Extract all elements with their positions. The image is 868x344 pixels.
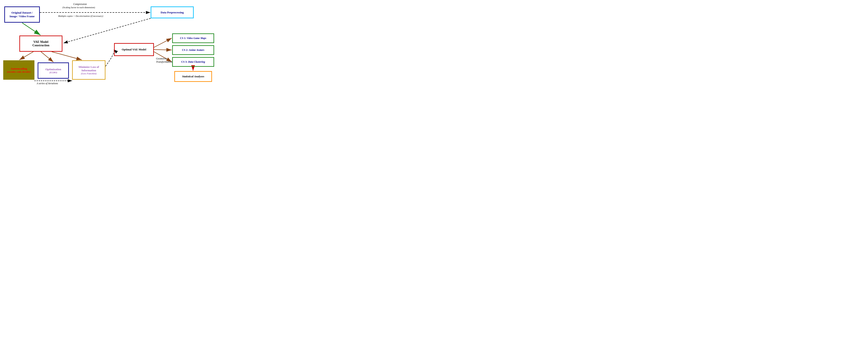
optimization-subtitle: (ELBO) bbox=[49, 71, 57, 74]
vae-model-label: VAE Model Construction bbox=[32, 40, 50, 47]
scaling-label: (Scaling factor in each dimension) bbox=[62, 6, 95, 9]
svg-line-7 bbox=[22, 23, 40, 35]
data-preprocessing-label: Data Preprocessing bbox=[160, 11, 184, 14]
data-preprocessing-box: Data Preprocessing bbox=[151, 6, 194, 18]
svg-line-11 bbox=[154, 38, 172, 48]
original-dataset-box: Original Dataset / Image / Video Frame bbox=[4, 6, 40, 23]
cs2-box: CS 2: Anime Avatars bbox=[172, 45, 214, 55]
geometric-label: GeometricTransformation bbox=[156, 57, 172, 63]
autoencoding-title: Autoencoding bbox=[10, 67, 27, 70]
cs1-box: CS 1: Video Game Maps bbox=[172, 33, 214, 43]
multiple-label: Multiple copies + Decolorization (if nec… bbox=[58, 15, 103, 17]
svg-line-8 bbox=[19, 52, 33, 60]
optimization-title: Optimization bbox=[45, 68, 61, 71]
svg-line-6 bbox=[63, 18, 151, 43]
cs3-box: CS 3: Data Clustering bbox=[172, 57, 214, 67]
minimize-loss-subtitle: (Loss Function) bbox=[81, 72, 97, 75]
minimize-loss-box: Minimize Loss of Information (Loss Funct… bbox=[72, 60, 105, 80]
original-dataset-label: Original Dataset / Image / Video Frame bbox=[9, 11, 35, 18]
cs3-label: CS 3: Data Clustering bbox=[181, 60, 205, 63]
autoencoding-subtitle: (encoder, code, decoder) bbox=[7, 70, 31, 73]
svg-line-10 bbox=[52, 52, 82, 60]
compression-label: Compression bbox=[73, 3, 87, 6]
svg-line-9 bbox=[41, 52, 53, 62]
optimal-vae-label: Optimal VAE Model bbox=[122, 48, 146, 51]
minimize-loss-title: Minimize Loss of Information bbox=[75, 65, 103, 72]
autoencoding-box: Autoencoding (encoder, code, decoder) bbox=[3, 60, 34, 80]
iterations-label: A series of iterations bbox=[37, 82, 58, 85]
cs2-label: CS 2: Anime Avatars bbox=[182, 49, 205, 52]
statistical-analyses-label: Statistical Analyses bbox=[182, 75, 204, 78]
optimal-vae-box: Optimal VAE Model bbox=[114, 43, 154, 56]
statistical-analyses-box: Statistical Analyses bbox=[174, 71, 212, 82]
vae-model-construction-box: VAE Model Construction bbox=[19, 35, 62, 52]
diagram: Original Dataset / Image / Video Frame D… bbox=[0, 0, 217, 86]
optimization-box: Optimization (ELBO) bbox=[38, 62, 69, 79]
svg-line-12 bbox=[154, 50, 172, 50]
cs1-label: CS 1: Video Game Maps bbox=[180, 37, 206, 40]
